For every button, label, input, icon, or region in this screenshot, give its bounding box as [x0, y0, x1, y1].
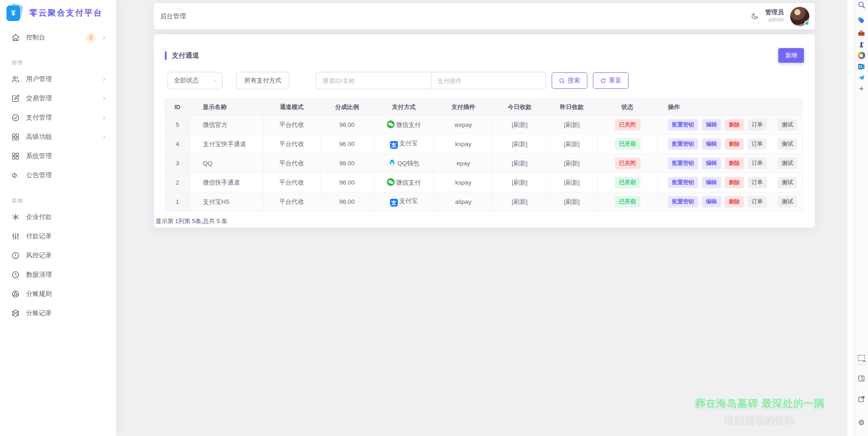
search-icon[interactable]	[857, 0, 866, 10]
open-external-icon[interactable]	[857, 394, 866, 403]
sidebar-item-system[interactable]: 系统管理	[0, 147, 116, 166]
refresh-link[interactable]: [刷新]	[512, 160, 528, 167]
delete-button[interactable]: 删除	[725, 177, 744, 188]
test-button[interactable]: 测试	[778, 177, 797, 188]
sidebar-item-transactions[interactable]: 交易管理	[0, 89, 116, 108]
outlook-icon[interactable]	[857, 62, 866, 71]
orders-button[interactable]: 订单	[748, 177, 767, 188]
status-badge: 已开启	[615, 177, 640, 188]
sidebar-item-dashboard[interactable]: 控制台 2	[0, 28, 116, 47]
status-select[interactable]: 全部状态	[168, 72, 222, 89]
sidebar-item-label: 分账记录	[26, 309, 107, 317]
sidebar-item-label: 企业付款	[26, 213, 107, 221]
browser-side-rail: + ✂ ⚙	[854, 0, 868, 436]
asterisk-icon	[11, 213, 20, 222]
sidebar-item-data-cleanup[interactable]: 数据清理	[0, 265, 116, 284]
scrollbar[interactable]	[847, 0, 854, 436]
yen-icon: ¥	[6, 5, 20, 21]
delete-button[interactable]: 删除	[725, 119, 744, 131]
refresh-link[interactable]: [刷新]	[564, 198, 580, 205]
split-screen-icon[interactable]	[857, 374, 866, 383]
refresh-link[interactable]: [刷新]	[512, 121, 528, 128]
microsoft-365-icon[interactable]	[857, 51, 866, 60]
refresh-link[interactable]: [刷新]	[564, 121, 580, 128]
refresh-icon	[600, 78, 606, 84]
toolbox-icon[interactable]	[857, 28, 866, 38]
test-button[interactable]: 测试	[778, 138, 797, 150]
configure-keys-button[interactable]: 配置密钥	[668, 138, 698, 150]
alipay-icon: 支	[390, 141, 398, 149]
plugin-search-input[interactable]	[431, 72, 546, 89]
avatar[interactable]	[790, 7, 809, 26]
wechat-pay-icon	[387, 120, 395, 128]
add-button[interactable]: 新增	[778, 48, 804, 63]
configure-keys-button[interactable]: 配置密钥	[668, 177, 698, 188]
wechat-pay-icon	[387, 178, 395, 186]
col-today: 今日收款	[493, 99, 547, 115]
sidebar-item-label: 用户管理	[26, 75, 101, 83]
col-method: 支付方式	[374, 99, 434, 115]
refresh-link[interactable]: [刷新]	[564, 141, 580, 147]
sidebar-item-advanced[interactable]: 高级功能	[0, 127, 116, 147]
settings-gear-icon[interactable]: ⚙	[857, 418, 866, 427]
edit-button[interactable]: 编辑	[702, 138, 721, 150]
delete-button[interactable]: 删除	[725, 196, 744, 207]
payment-methods-select[interactable]: 所有支付方式	[236, 72, 289, 89]
orders-button[interactable]: 订单	[748, 196, 767, 207]
box-icon	[11, 309, 20, 318]
orders-button[interactable]: 订单	[748, 119, 767, 131]
edit-button[interactable]: 编辑	[702, 119, 721, 131]
screenshot-icon[interactable]: ✂	[857, 353, 866, 362]
speaker-icon	[11, 171, 20, 180]
payment-channels-panel: 支付通道 新增 全部状态 所有支付方式 搜索 重置 ID 显示名称	[154, 34, 815, 228]
delete-button[interactable]: 删除	[725, 158, 744, 169]
refresh-link[interactable]: [刷新]	[512, 198, 528, 205]
status-badge: 已开启	[615, 138, 640, 150]
test-button[interactable]: 测试	[778, 196, 797, 207]
test-button[interactable]: 测试	[778, 119, 797, 131]
brand-name: 零云聚合支付平台	[29, 7, 103, 18]
sidebar-item-risk-records[interactable]: 风控记录	[0, 246, 116, 265]
add-icon[interactable]: +	[857, 84, 866, 93]
shopping-tag-icon[interactable]	[857, 16, 866, 25]
sidebar-item-enterprise-pay[interactable]: 企业付款	[0, 207, 116, 227]
alert-circle-icon	[11, 251, 20, 260]
configure-keys-button[interactable]: 配置密钥	[668, 158, 698, 169]
refresh-link[interactable]: [刷新]	[564, 179, 580, 186]
refresh-link[interactable]: [刷新]	[512, 179, 528, 186]
dark-mode-toggle[interactable]	[750, 12, 759, 21]
qq-wallet-icon	[388, 159, 396, 167]
col-mode: 通道模式	[263, 99, 320, 115]
sidebar-item-pay-records[interactable]: 付款记录	[0, 227, 116, 246]
sidebar-item-split-rules[interactable]: 分账规则	[0, 284, 116, 304]
sidebar: ¥ 零云聚合支付平台 控制台 2 管理 用户管理 交易管理 支付管理	[0, 0, 116, 436]
test-button[interactable]: 测试	[778, 158, 797, 169]
channels-table: ID 显示名称 通道模式 分成比例 支付方式 支付插件 今日收款 昨日收款 状态…	[165, 98, 803, 212]
sidebar-item-users[interactable]: 用户管理	[0, 70, 116, 89]
configure-keys-button[interactable]: 配置密钥	[668, 196, 698, 207]
refresh-link[interactable]: [刷新]	[564, 160, 580, 167]
edit-button[interactable]: 编辑	[702, 196, 721, 207]
search-button[interactable]: 搜索	[552, 72, 587, 89]
sidebar-item-label: 系统管理	[26, 152, 107, 160]
sidebar-item-announcements[interactable]: 公告管理	[0, 166, 116, 185]
sidebar-item-label: 高级功能	[26, 133, 101, 141]
configure-keys-button[interactable]: 配置密钥	[668, 119, 698, 131]
delete-button[interactable]: 删除	[725, 138, 744, 150]
send-icon[interactable]	[857, 73, 866, 82]
sidebar-item-payment[interactable]: 支付管理	[0, 108, 116, 127]
chrome-icon	[11, 289, 20, 299]
status-badge: 已开启	[615, 196, 640, 207]
sidebar-item-split-records[interactable]: 分账记录	[0, 304, 116, 323]
games-icon[interactable]	[857, 40, 866, 49]
sidebar-item-label: 付款记录	[26, 232, 107, 240]
reset-button[interactable]: 重置	[593, 72, 629, 89]
edit-button[interactable]: 编辑	[702, 177, 721, 188]
channel-search-input[interactable]	[316, 72, 431, 89]
orders-button[interactable]: 订单	[748, 158, 767, 169]
edit-button[interactable]: 编辑	[702, 158, 721, 169]
orders-button[interactable]: 订单	[748, 138, 767, 150]
col-plugin: 支付插件	[434, 99, 493, 115]
user-info: 管理员 admin	[765, 9, 784, 24]
refresh-link[interactable]: [刷新]	[512, 141, 528, 147]
